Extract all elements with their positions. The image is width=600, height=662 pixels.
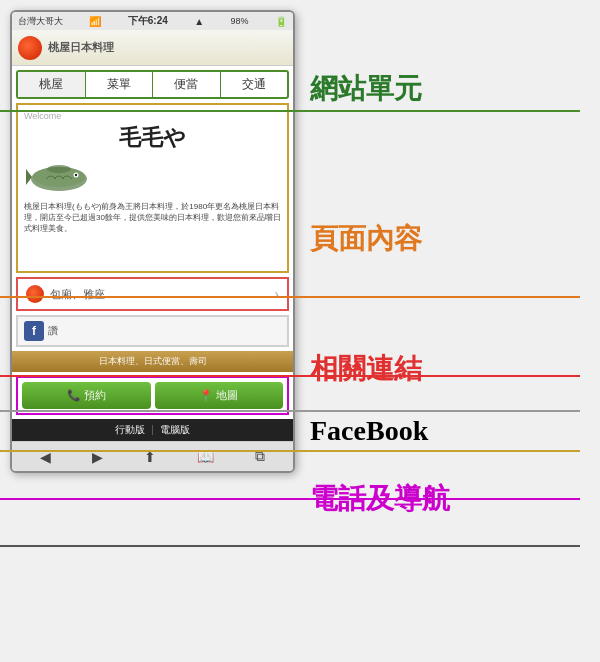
divider-facebook — [0, 410, 580, 412]
welcome-text: Welcome — [24, 111, 281, 121]
content-area: Welcome 毛毛や 桃屋日本料理(ももや)前身為王將日本料理，於1980年更… — [16, 103, 289, 273]
battery-icon: 🔋 — [275, 16, 287, 27]
battery-text: 98% — [231, 16, 249, 26]
label-website: 網站單元 — [310, 70, 422, 108]
divider-footer — [0, 545, 580, 547]
carrier-text: 台灣大哥大 — [18, 15, 63, 28]
address-bar: 日本料理、日式便當、壽司 — [12, 351, 293, 372]
description-text: 桃屋日本料理(ももや)前身為王將日本料理，於1980年更名為桃屋日本料理，開店至… — [24, 201, 281, 235]
desktop-link[interactable]: 電腦版 — [160, 424, 190, 435]
status-bar: 台灣大哥大 📶 下午6:24 ▲ 98% 🔋 — [12, 12, 293, 30]
tab-home[interactable]: 桃屋 — [18, 72, 86, 97]
svg-marker-2 — [26, 169, 32, 185]
wifi-icon: 📶 — [89, 16, 101, 27]
app-header: 桃屋日本料理 — [12, 30, 293, 66]
reserve-label: 預約 — [84, 388, 106, 403]
tab-menu[interactable]: 菜單 — [86, 72, 154, 97]
label-facebook: FaceBook — [310, 415, 428, 447]
divider-website — [0, 110, 580, 112]
phone-frame: 台灣大哥大 📶 下午6:24 ▲ 98% 🔋 桃屋日本料理 桃屋 菜單 便當 交… — [10, 10, 295, 473]
address-text: 日本料理、日式便當、壽司 — [99, 356, 207, 366]
browser-nav: ◀ ▶ ⬆ 📖 ⧉ — [12, 441, 293, 471]
divider-content — [0, 296, 580, 298]
map-pin-icon: 📍 — [199, 389, 213, 402]
svg-point-5 — [47, 165, 71, 173]
app-title: 桃屋日本料理 — [48, 40, 114, 55]
app-logo — [18, 36, 42, 60]
phone-icon: 📞 — [67, 389, 81, 402]
svg-point-4 — [75, 174, 77, 176]
signal-icon: ▲ — [194, 16, 204, 27]
labels-container: 網站單元 頁面內容 相關連結 FaceBook 電話及導航 — [310, 10, 590, 650]
label-content: 頁面內容 — [310, 220, 422, 258]
related-logo — [26, 285, 44, 303]
tab-transit[interactable]: 交通 — [221, 72, 288, 97]
divider-address — [0, 450, 580, 452]
restaurant-title: 毛毛や — [24, 123, 281, 153]
label-related: 相關連結 — [310, 350, 422, 388]
facebook-like-text[interactable]: 讚 — [48, 324, 58, 338]
nav-tabs: 桃屋 菜單 便當 交通 — [16, 70, 289, 99]
tab-bento[interactable]: 便當 — [153, 72, 221, 97]
facebook-bar: f 讚 — [16, 315, 289, 347]
bottom-bar: 行動版 | 電腦版 — [12, 419, 293, 441]
divider-related — [0, 375, 580, 377]
related-links-section[interactable]: 包廂、雅座 › — [16, 277, 289, 311]
fish-image — [24, 157, 94, 197]
map-button[interactable]: 📍 地圖 — [155, 382, 284, 409]
divider-contact — [0, 498, 580, 500]
footer-separator: | — [151, 424, 154, 435]
facebook-icon: f — [24, 321, 44, 341]
related-link-text: 包廂、雅座 — [50, 287, 274, 302]
mobile-link[interactable]: 行動版 — [115, 424, 145, 435]
chevron-right-icon: › — [274, 286, 279, 302]
time-display: 下午6:24 — [128, 14, 168, 28]
map-label: 地圖 — [216, 388, 238, 403]
reserve-button[interactable]: 📞 預約 — [22, 382, 151, 409]
